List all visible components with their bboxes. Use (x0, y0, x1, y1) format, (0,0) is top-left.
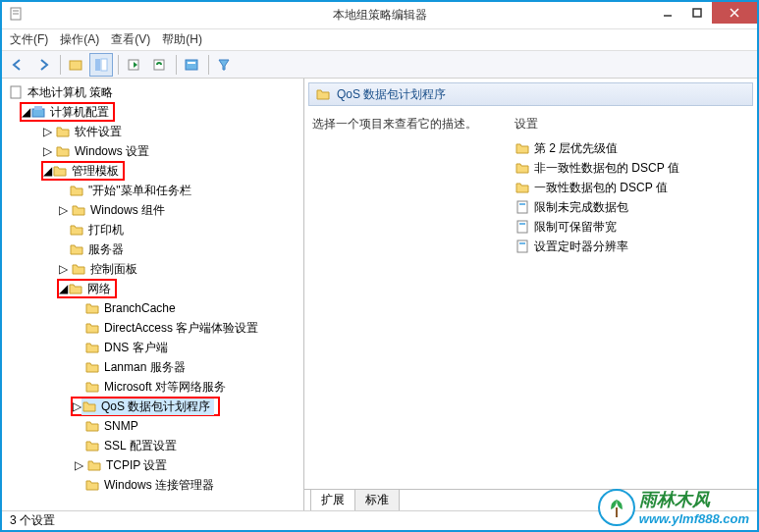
svg-rect-19 (517, 221, 527, 233)
tree-label: 管理模板 (72, 163, 119, 180)
tree-directaccess[interactable]: DirectAccess 客户端体验设置 (84, 318, 299, 338)
tree-control-panel[interactable]: ▷ 控制面板 (57, 259, 299, 279)
tree-windows-settings[interactable]: ▷ Windows 设置 (41, 141, 299, 161)
tree-label: 网络 (87, 281, 111, 297)
setting-folder-item[interactable]: 第 2 层优先级值 (515, 138, 751, 158)
svg-rect-15 (32, 109, 44, 117)
tree-computer-config[interactable]: ◢ 计算机配置 (20, 102, 115, 122)
item-label: 设置定时器分辨率 (534, 239, 628, 255)
expand-icon[interactable]: ▷ (57, 263, 69, 275)
tree-label: SNMP (104, 419, 138, 433)
tree-label: TCPIP 设置 (106, 457, 167, 474)
tree-root-label: 本地计算机 策略 (27, 84, 113, 101)
tree-label: 服务器 (88, 241, 124, 258)
tree-branchcache[interactable]: BranchCache (84, 298, 299, 318)
menu-view[interactable]: 查看(V) (111, 31, 150, 48)
maximize-button[interactable] (682, 2, 712, 24)
expand-icon[interactable]: ▷ (41, 126, 53, 137)
svg-rect-11 (154, 60, 164, 70)
toolbar (2, 51, 757, 79)
tree-label: Windows 组件 (90, 202, 165, 219)
tree-label: DNS 客户端 (104, 340, 168, 356)
export-button[interactable] (122, 53, 145, 77)
tree-dns-client[interactable]: DNS 客户端 (84, 338, 299, 357)
logo-icon (598, 489, 635, 526)
tree-label: 软件设置 (75, 124, 122, 140)
settings-column-header[interactable]: 设置 (515, 116, 751, 133)
back-button[interactable] (6, 53, 29, 77)
setting-policy-item[interactable]: 限制可保留带宽 (515, 217, 751, 237)
collapse-icon[interactable]: ◢ (43, 164, 52, 178)
tree-label: DirectAccess 客户端体验设置 (104, 320, 258, 337)
tree-tcpip[interactable]: ▷ TCPIP 设置 (73, 455, 299, 475)
svg-rect-23 (616, 507, 618, 517)
close-button[interactable] (712, 2, 757, 24)
watermark-cn: 雨林木风 (639, 488, 749, 511)
collapse-icon[interactable]: ◢ (59, 282, 68, 295)
item-label: 非一致性数据包的 DSCP 值 (534, 160, 679, 177)
svg-rect-12 (186, 60, 197, 70)
watermark-url: www.ylmf888.com (639, 511, 749, 526)
tree-windows-conn-mgr[interactable]: Windows 连接管理器 (84, 475, 299, 495)
tree-label: Windows 设置 (75, 143, 149, 160)
expand-icon[interactable]: ▷ (73, 459, 84, 471)
minimize-button[interactable] (653, 2, 682, 24)
tree-qos[interactable]: ▷ QoS 数据包计划程序 (71, 397, 220, 416)
tree-ssl-config[interactable]: SSL 配置设置 (84, 436, 299, 455)
tree-ms-p2p[interactable]: Microsoft 对等网络服务 (84, 377, 299, 397)
item-label: 一致性数据包的 DSCP 值 (534, 180, 668, 196)
tree-windows-components[interactable]: ▷ Windows 组件 (57, 200, 299, 220)
tab-extended[interactable]: 扩展 (310, 489, 355, 510)
folder-icon (315, 86, 331, 102)
tree-network[interactable]: ◢ 网络 (57, 279, 117, 298)
tree-software-settings[interactable]: ▷ 软件设置 (41, 122, 299, 141)
svg-rect-22 (519, 242, 525, 244)
filter-button[interactable] (212, 53, 236, 77)
tree-label: Windows 连接管理器 (104, 477, 214, 494)
view-button[interactable] (89, 53, 113, 77)
detail-header-title: QoS 数据包计划程序 (337, 86, 446, 103)
tree-lanman-server[interactable]: Lanman 服务器 (84, 357, 299, 377)
item-label: 限制未完成数据包 (534, 199, 628, 216)
tree-label: QoS 数据包计划程序 (101, 399, 210, 415)
tree-label: 打印机 (88, 222, 124, 239)
menu-help[interactable]: 帮助(H) (162, 31, 202, 48)
tree-panel[interactable]: 本地计算机 策略 ◢ 计算机配置 ▷ 软件设置 ▷ Windows (2, 79, 304, 510)
setting-folder-item[interactable]: 非一致性数据包的 DSCP 值 (515, 158, 751, 178)
tree-servers[interactable]: 服务器 (69, 239, 299, 259)
expand-icon[interactable]: ▷ (73, 399, 81, 413)
status-text: 3 个设置 (10, 512, 55, 529)
detail-header: QoS 数据包计划程序 (308, 82, 753, 106)
titlebar: 本地组策略编辑器 (2, 2, 757, 29)
tree-admin-templates[interactable]: ◢ 管理模板 (41, 161, 125, 181)
tree-label: SSL 配置设置 (104, 438, 177, 454)
setting-policy-item[interactable]: 限制未完成数据包 (515, 197, 751, 217)
tree-snmp[interactable]: SNMP (84, 416, 299, 436)
up-button[interactable] (64, 53, 87, 77)
setting-folder-item[interactable]: 一致性数据包的 DSCP 值 (515, 178, 751, 197)
svg-rect-21 (517, 240, 527, 252)
collapse-icon[interactable]: ◢ (22, 105, 30, 119)
tree-label: BranchCache (104, 301, 176, 315)
expand-icon[interactable]: ▷ (57, 204, 69, 216)
svg-rect-7 (70, 61, 81, 70)
svg-rect-13 (188, 62, 195, 64)
menu-action[interactable]: 操作(A) (60, 31, 99, 48)
tree-printers[interactable]: 打印机 (69, 220, 299, 239)
menu-file[interactable]: 文件(F) (10, 31, 48, 48)
svg-rect-8 (95, 59, 100, 71)
setting-policy-item[interactable]: 设置定时器分辨率 (515, 237, 751, 256)
forward-button[interactable] (31, 53, 55, 77)
properties-button[interactable] (180, 53, 203, 77)
svg-rect-9 (101, 59, 107, 71)
tree-start-taskbar[interactable]: "开始"菜单和任务栏 (69, 181, 299, 200)
menubar: 文件(F) 操作(A) 查看(V) 帮助(H) (2, 29, 757, 51)
tab-standard[interactable]: 标准 (354, 489, 400, 510)
watermark: 雨林木风 www.ylmf888.com (598, 488, 749, 526)
expand-icon[interactable]: ▷ (41, 145, 53, 157)
item-label: 限制可保留带宽 (534, 219, 617, 236)
detail-description: 选择一个项目来查看它的描述。 (312, 116, 509, 489)
svg-rect-17 (517, 201, 527, 213)
refresh-button[interactable] (147, 53, 171, 77)
tree-root[interactable]: 本地计算机 策略 (6, 82, 299, 102)
